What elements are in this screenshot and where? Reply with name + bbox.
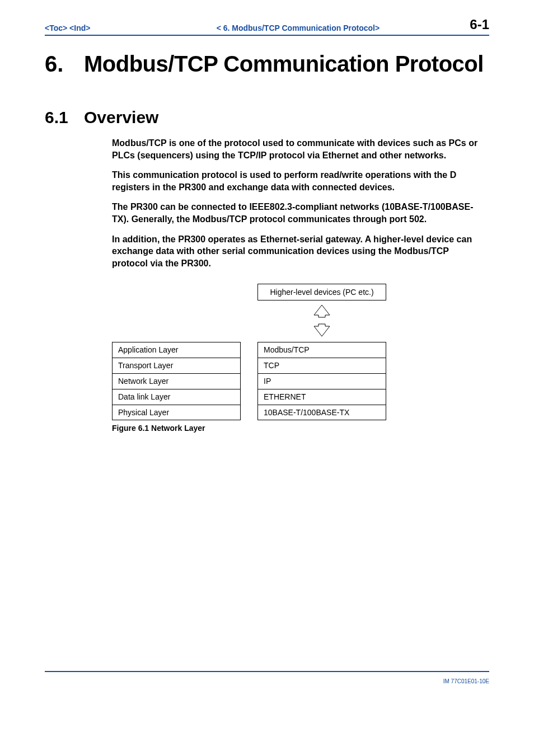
- protocol-name: IP: [257, 374, 386, 389]
- layer-name: Transport Layer: [112, 358, 241, 374]
- chapter-heading: Modbus/TCP Communication Protocol: [84, 51, 484, 77]
- bidir-arrow-icon: [257, 300, 386, 342]
- paragraph: The PR300 can be connected to IEEE802.3-…: [112, 201, 484, 225]
- layer-name: Network Layer: [112, 374, 241, 389]
- header-bar: <Toc> <Ind> < 6. Modbus/TCP Communicatio…: [45, 22, 489, 36]
- svg-marker-1: [314, 324, 330, 336]
- header-left: <Toc> <Ind>: [45, 24, 90, 32]
- footer-rule: [45, 671, 489, 672]
- toc-link[interactable]: <Toc>: [45, 24, 67, 32]
- section-title: 6.1 Overview: [45, 108, 489, 127]
- paragraph: This communication protocol is used to p…: [112, 169, 484, 193]
- diagram: Higher-level devices (PC etc.) Applicati…: [112, 284, 489, 433]
- page-number: 6-1: [470, 17, 489, 32]
- layer-name: Physical Layer: [112, 405, 241, 421]
- section-heading: Overview: [84, 108, 158, 127]
- protocol-stack: Modbus/TCP TCP IP ETHERNET 10BASE-T/100B…: [257, 342, 386, 420]
- protocol-name: 10BASE-T/100BASE-TX: [257, 405, 386, 421]
- chapter-title: 6. Modbus/TCP Communication Protocol: [45, 51, 489, 77]
- layer-name: Application Layer: [112, 342, 241, 358]
- higher-level-box: Higher-level devices (PC etc.): [257, 284, 386, 300]
- header-center: < 6. Modbus/TCP Communication Protocol>: [90, 24, 461, 32]
- document-id: IM 77C01E01-10E: [443, 678, 489, 684]
- protocol-name: Modbus/TCP: [257, 342, 386, 358]
- layer-name-stack: Application Layer Transport Layer Networ…: [112, 342, 241, 420]
- layer-name: Data link Layer: [112, 389, 241, 405]
- svg-marker-0: [314, 305, 330, 317]
- paragraph: Modbus/TCP is one of the protocol used t…: [112, 137, 484, 161]
- protocol-name: TCP: [257, 358, 386, 374]
- section-number: 6.1: [45, 108, 84, 127]
- chapter-number: 6.: [45, 51, 84, 77]
- figure-caption: Figure 6.1 Network Layer: [112, 424, 489, 433]
- paragraph: In addition, the PR300 operates as Ether…: [112, 233, 484, 270]
- protocol-name: ETHERNET: [257, 389, 386, 405]
- ind-link[interactable]: <Ind>: [69, 24, 90, 32]
